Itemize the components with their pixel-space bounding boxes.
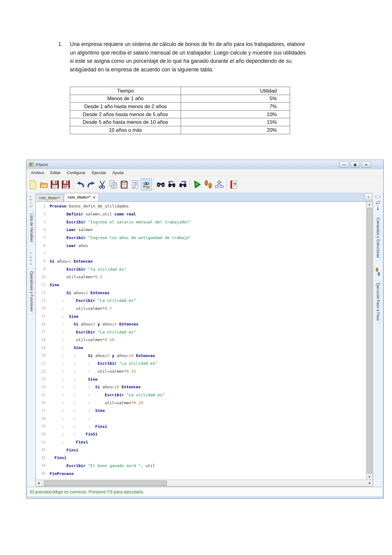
minimize-button[interactable]: — bbox=[339, 162, 349, 168]
scroll-left-icon[interactable]: ◀ bbox=[36, 480, 41, 486]
line-number: 16 bbox=[36, 322, 46, 326]
code-line[interactable]: 7 bbox=[36, 249, 366, 257]
code-line[interactable]: 1Proceso bonos_defin_de_utilidades bbox=[36, 202, 366, 210]
scroll-up-icon[interactable]: ▲ bbox=[366, 202, 373, 207]
code-line[interactable]: 27 ¦ ¦ ¦ Sino bbox=[36, 407, 366, 415]
code-area[interactable]: 1Proceso bonos_defin_de_utilidades2 Defi… bbox=[36, 202, 366, 480]
code-line[interactable]: 20 ¦ ¦ Si años≥5 y años≤10 Entonces bbox=[36, 352, 366, 359]
tab-2[interactable]: <sin_titulo>*X bbox=[64, 193, 99, 201]
panel-toggle-exec-steps[interactable]: Ejecución Paso a Paso bbox=[375, 280, 381, 323]
help-button[interactable]: ? bbox=[228, 178, 239, 191]
code-text: ¦ ¦ FinSi bbox=[50, 432, 98, 436]
code-line[interactable]: 12 Si años≤2 Entonces bbox=[36, 289, 366, 297]
cut-button[interactable] bbox=[97, 178, 108, 191]
save-as-button[interactable] bbox=[60, 178, 71, 191]
code-line[interactable]: 29 ¦ ¦ ¦ Finsi bbox=[36, 422, 366, 430]
panel-toggle-operators[interactable]: Operadores y Funciones bbox=[29, 268, 34, 314]
code-text: ¦ ¦ ¦ bbox=[50, 416, 90, 421]
code-line[interactable]: 18 ¦ util=salmen*0.10 bbox=[36, 336, 366, 344]
problem-number: 1. bbox=[58, 40, 70, 74]
paste-button[interactable] bbox=[119, 178, 130, 191]
menu-configurar[interactable]: Configurar bbox=[64, 170, 89, 175]
code-line[interactable]: 26 ¦ ¦ ¦ util=salmen*0.20 bbox=[36, 399, 366, 407]
code-line[interactable]: 33 Finsi bbox=[36, 454, 366, 462]
code-text: ¦ Si años>2 y años≤5 Entonces bbox=[50, 322, 138, 326]
code-line[interactable]: 32 Finsi bbox=[36, 446, 366, 454]
find-prev-icon bbox=[167, 180, 176, 189]
tab-1[interactable]: <sin_titulo>* bbox=[36, 194, 63, 201]
code-line[interactable]: 10 util=salmen*0.5 bbox=[36, 273, 366, 281]
vertical-scroll-thumb[interactable] bbox=[367, 208, 372, 473]
undo-button[interactable] bbox=[75, 178, 86, 191]
code-line[interactable]: 15 ¦ Sino bbox=[36, 312, 366, 320]
redo-button[interactable] bbox=[86, 178, 97, 191]
code-line[interactable]: 22 ¦ ¦ ¦ util=salmen*0.15 bbox=[36, 367, 366, 375]
code-text: Escribir "la utilidad es" bbox=[50, 267, 126, 272]
horizontal-scrollbar[interactable]: ◀ ▶ bbox=[36, 480, 373, 486]
commands-icon bbox=[375, 195, 381, 213]
code-line[interactable]: 16 ¦ Si años>2 y años≤5 Entonces bbox=[36, 320, 366, 328]
code-line[interactable]: 2 Definir salmen,util como real bbox=[36, 210, 366, 218]
open-file-button[interactable] bbox=[38, 178, 49, 191]
code-line[interactable]: 35FinProceso bbox=[36, 469, 366, 477]
line-number: 13 bbox=[36, 298, 46, 303]
panel-toggle-commands[interactable]: Comandos y Estructuras bbox=[375, 215, 381, 260]
flowchart-button[interactable] bbox=[214, 178, 225, 191]
table-cell: 10 años o más bbox=[70, 126, 181, 134]
code-line[interactable]: 31 ¦ Finsi bbox=[36, 438, 366, 446]
title-bar[interactable]: PSeInt —▣✕ bbox=[26, 160, 383, 169]
code-line[interactable]: 28 ¦ ¦ ¦ bbox=[36, 415, 366, 423]
line-number: 24 bbox=[36, 385, 46, 389]
code-line[interactable]: 11Sino bbox=[36, 281, 366, 289]
scroll-down-icon[interactable]: ▼ bbox=[366, 474, 373, 480]
scroll-right-icon[interactable]: ▶ bbox=[367, 480, 373, 486]
code-line[interactable]: 25 ¦ ¦ ¦ Escribir "La utilidad es" bbox=[36, 391, 366, 399]
indent-document-button[interactable] bbox=[130, 178, 141, 191]
menu-ejecutar[interactable]: Ejecutar bbox=[89, 170, 109, 175]
code-line[interactable]: 8Si años=1 Entonces bbox=[36, 257, 366, 265]
menu-bar: ArchivoEditarConfigurarEjecutarAyuda bbox=[26, 169, 383, 176]
panel-toggle-variables[interactable]: Lista de Variables bbox=[29, 211, 34, 245]
code-line[interactable]: 21 ¦ ¦ ¦ Escribir "La utilidad es" bbox=[36, 359, 366, 367]
code-line[interactable]: 17 ¦ Escribir "La utilidad es" bbox=[36, 328, 366, 336]
table-cell: 10% bbox=[181, 110, 290, 118]
code-line[interactable]: 30 ¦ ¦ FinSi bbox=[36, 430, 366, 438]
code-line[interactable]: 5 Escribir "Ingrese los años de antigued… bbox=[36, 234, 366, 242]
code-line[interactable]: 4 Leer salmen bbox=[36, 226, 366, 234]
find-next-button[interactable] bbox=[177, 178, 188, 191]
code-line[interactable]: 24 ¦ ¦ ¦ Si años≥10 Entonces bbox=[36, 383, 366, 391]
toolbar: ? bbox=[26, 176, 383, 193]
maximize-button[interactable]: ▣ bbox=[350, 162, 360, 168]
code-line[interactable]: 23 ¦ ¦ Sino bbox=[36, 375, 366, 383]
check-syntax-button[interactable] bbox=[141, 178, 152, 191]
code-line[interactable]: 13 ¦ Escribir "La utilidad es" bbox=[36, 297, 366, 305]
code-line[interactable]: 14 ¦ util=salmen*0.7 bbox=[36, 305, 366, 313]
code-text: ¦ ¦ ¦ Escribir "La utilidad es" bbox=[50, 393, 165, 397]
menu-ayuda[interactable]: Ayuda bbox=[109, 170, 127, 175]
menu-editar[interactable]: Editar bbox=[47, 170, 64, 175]
code-line[interactable]: 19 ¦ Sino bbox=[36, 344, 366, 352]
tab-list-dropdown[interactable]: ∨ bbox=[365, 193, 372, 200]
flowchart-icon bbox=[215, 180, 224, 189]
menu-archivo[interactable]: Archivo bbox=[28, 170, 47, 175]
tab-close-icon[interactable]: X bbox=[93, 196, 95, 199]
code-text: ¦ ¦ ¦ Sino bbox=[50, 408, 105, 413]
new-file-button[interactable] bbox=[27, 178, 38, 191]
find-prev-button[interactable] bbox=[166, 178, 177, 191]
code-line[interactable]: 34 Escribir "El bono ganado será ", util bbox=[36, 462, 366, 470]
find-button[interactable] bbox=[155, 178, 166, 191]
vertical-scrollbar[interactable]: ▲ ▼ bbox=[366, 202, 373, 480]
window-bottom-frame bbox=[26, 496, 383, 498]
code-line[interactable]: 6 Leer años bbox=[36, 241, 366, 249]
close-button[interactable]: ✕ bbox=[361, 162, 371, 168]
pseint-window: PSeInt —▣✕ ArchivoEditarConfigurarEjecut… bbox=[26, 160, 384, 499]
code-line[interactable]: 3 Escribir "Ingrese el salario mensual d… bbox=[36, 218, 366, 226]
table-header-cell: Utilidad bbox=[181, 87, 290, 95]
step-run-button[interactable] bbox=[203, 178, 214, 191]
copy-button[interactable] bbox=[108, 178, 119, 191]
code-line[interactable]: 9 Escribir "la utilidad es" bbox=[36, 265, 366, 273]
run-button[interactable] bbox=[192, 178, 203, 191]
code-text: Finsi bbox=[50, 455, 66, 460]
horizontal-scroll-thumb[interactable] bbox=[44, 481, 167, 486]
save-button[interactable] bbox=[49, 178, 60, 191]
